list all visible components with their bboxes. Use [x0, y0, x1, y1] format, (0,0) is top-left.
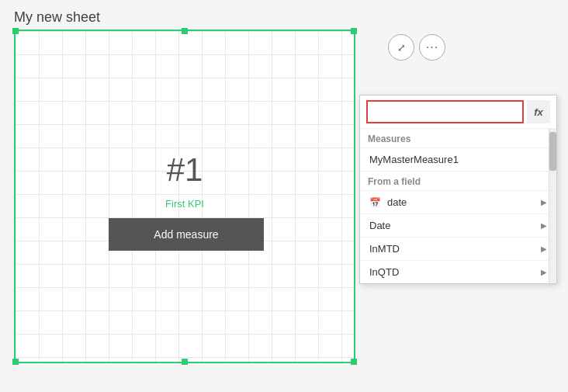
- kpi-number: #1: [16, 151, 354, 189]
- list-item[interactable]: InQTD ▶: [360, 261, 556, 283]
- measure-item-label: MyMasterMeasure1: [369, 154, 459, 165]
- chevron-right-icon: ▶: [541, 198, 547, 206]
- chevron-right-icon: ▶: [541, 245, 547, 253]
- dropdown-content: Measures MyMasterMeasure1 From a field 📅…: [360, 129, 556, 283]
- list-item[interactable]: Date ▶: [360, 214, 556, 238]
- calendar-icon: 📅: [369, 197, 381, 208]
- search-input[interactable]: [366, 100, 524, 123]
- section-label-measures: Measures: [360, 129, 556, 148]
- list-item[interactable]: 📅 date ▶: [360, 191, 556, 214]
- field-item-label: InMTD: [369, 243, 400, 255]
- expand-icon[interactable]: ⤢: [388, 34, 414, 61]
- list-item[interactable]: MyMasterMeasure1: [360, 148, 556, 172]
- more-options-icon[interactable]: ···: [419, 34, 445, 61]
- scrollbar[interactable]: [549, 129, 556, 283]
- resize-handle-bl[interactable]: [12, 359, 19, 365]
- measure-dropdown: fx Measures MyMasterMeasure1 From a fiel…: [359, 95, 557, 284]
- kpi-label: First KPI: [16, 198, 354, 210]
- resize-handle-tl[interactable]: [12, 28, 19, 34]
- resize-handle-top[interactable]: [182, 28, 188, 34]
- kpi-label-highlight: KPI: [185, 198, 204, 210]
- page-title: My new sheet: [14, 9, 100, 26]
- section-label-from-field: From a field: [360, 172, 556, 191]
- search-row: fx: [360, 95, 556, 129]
- kpi-widget: #1 First KPI Add measure: [14, 29, 355, 363]
- field-item-label: date: [387, 196, 407, 208]
- resize-handle-br[interactable]: [351, 359, 357, 365]
- resize-handle-tr[interactable]: [351, 28, 357, 34]
- chevron-right-icon: ▶: [541, 221, 547, 230]
- kpi-label-prefix: First: [165, 198, 185, 210]
- scroll-thumb[interactable]: [549, 132, 556, 171]
- add-measure-button[interactable]: Add measure: [109, 218, 264, 251]
- field-item-label: InQTD: [369, 266, 399, 278]
- chevron-right-icon: ▶: [541, 268, 547, 276]
- field-item-label: Date: [369, 220, 390, 231]
- resize-handle-bottom[interactable]: [182, 359, 188, 365]
- fx-button[interactable]: fx: [527, 100, 550, 123]
- list-item[interactable]: InMTD ▶: [360, 238, 556, 261]
